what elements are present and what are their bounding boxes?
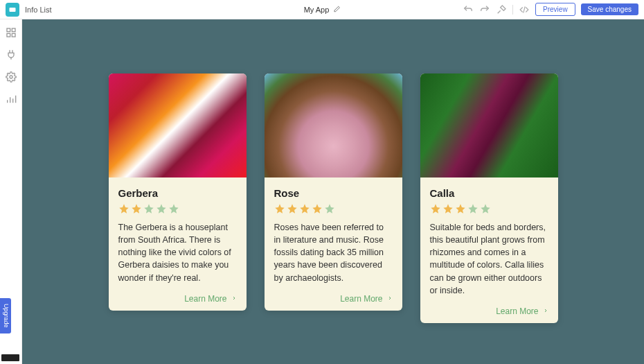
card-title: Gerbera [118, 187, 237, 199]
preview-button[interactable]: Preview [535, 3, 575, 16]
card-image [109, 73, 247, 177]
chevron-right-icon [543, 306, 548, 316]
link-label: Learn More [184, 294, 226, 304]
page-title: Info List [25, 6, 52, 14]
app-title-group[interactable]: My App [304, 6, 341, 14]
card-body: GerberaThe Gerbera is a houseplant from … [109, 177, 247, 311]
bottom-chip [1, 354, 19, 361]
code-icon[interactable] [519, 4, 530, 15]
chevron-right-icon [231, 294, 237, 304]
topbar-right: Preview Save changes [463, 3, 638, 16]
card-image [265, 73, 402, 177]
link-label: Learn More [340, 294, 382, 304]
rating-stars [430, 203, 548, 214]
svg-rect-4 [7, 33, 10, 37]
card-image [420, 73, 558, 177]
divider [512, 5, 513, 15]
topbar: Info List My App Preview Save changes [0, 0, 644, 19]
rating-stars [118, 203, 237, 214]
card-body: RoseRoses have been referred to in liter… [265, 177, 402, 311]
card-title: Rose [274, 187, 393, 199]
svg-rect-2 [7, 28, 10, 32]
info-card[interactable]: GerberaThe Gerbera is a houseplant from … [109, 73, 247, 311]
sidebar-gear-icon[interactable] [5, 71, 17, 83]
rating-stars [274, 203, 393, 214]
svg-line-1 [524, 6, 525, 12]
svg-point-6 [10, 76, 12, 78]
card-title: Calla [430, 187, 548, 199]
tool-icon[interactable] [496, 4, 507, 15]
info-card[interactable]: RoseRoses have been referred to in liter… [265, 73, 402, 311]
learn-more-link[interactable]: Learn More [184, 294, 236, 304]
learn-more-link[interactable]: Learn More [496, 306, 548, 316]
svg-rect-0 [10, 8, 16, 12]
redo-icon[interactable] [479, 4, 490, 15]
sidebar-analytics-icon[interactable] [5, 93, 17, 105]
save-button[interactable]: Save changes [581, 3, 638, 15]
sidebar-grid-icon[interactable] [5, 26, 17, 39]
canvas[interactable]: GerberaThe Gerbera is a houseplant from … [22, 19, 644, 364]
app-title: My App [304, 6, 330, 14]
link-label: Learn More [496, 306, 538, 316]
card-body: CallaSuitable for beds and borders, this… [420, 177, 558, 323]
card-description: Suitable for beds and borders, this beau… [430, 221, 548, 297]
learn-more-link[interactable]: Learn More [340, 294, 392, 304]
svg-rect-5 [12, 33, 15, 37]
undo-icon[interactable] [463, 4, 474, 15]
card-description: The Gerbera is a houseplant from South A… [118, 221, 237, 284]
upgrade-tab[interactable]: Upgrade [0, 298, 11, 333]
card-description: Roses have been referred to in literatur… [274, 221, 393, 284]
info-card[interactable]: CallaSuitable for beds and borders, this… [420, 73, 558, 323]
svg-rect-3 [12, 28, 15, 32]
app-logo[interactable] [6, 3, 19, 17]
sidebar-plug-icon[interactable] [5, 49, 17, 61]
chevron-right-icon [387, 294, 393, 304]
edit-title-icon[interactable] [333, 6, 340, 14]
